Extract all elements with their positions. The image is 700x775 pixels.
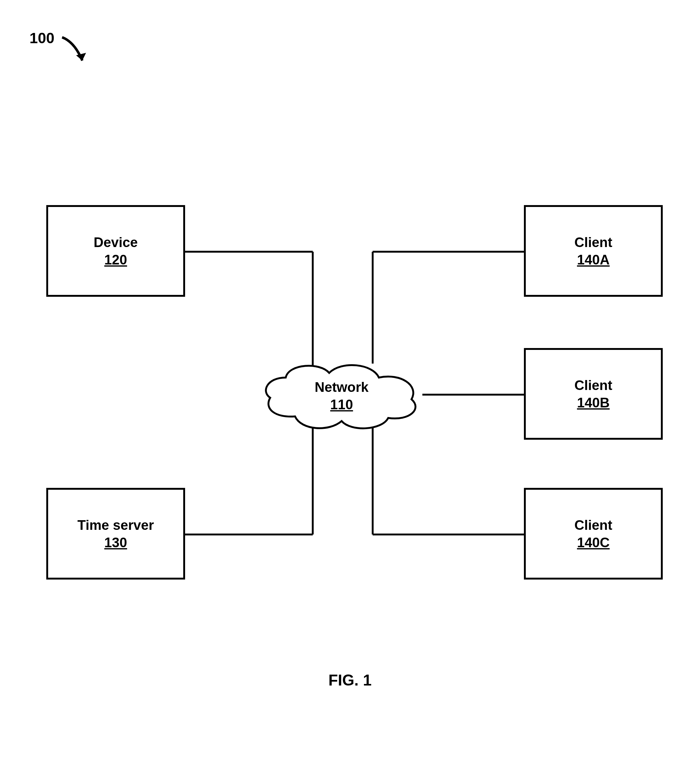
- node-client-a-title: Client: [574, 234, 612, 251]
- node-device-ref: 120: [105, 252, 127, 268]
- node-client-b: Client 140B: [524, 348, 663, 440]
- node-client-b-ref: 140B: [577, 395, 610, 411]
- node-client-c-ref: 140C: [577, 535, 610, 550]
- node-client-a-ref: 140A: [577, 252, 610, 268]
- node-time-server: Time server 130: [46, 488, 185, 580]
- node-client-b-title: Client: [574, 377, 612, 394]
- node-time-server-ref: 130: [105, 535, 127, 550]
- node-client-c-title: Client: [574, 517, 612, 534]
- node-device-title: Device: [94, 234, 138, 251]
- diagram-canvas: 100 Device 120 Time server 130 Client 14…: [0, 0, 700, 775]
- node-client-c: Client 140C: [524, 488, 663, 580]
- node-client-a: Client 140A: [524, 205, 663, 297]
- figure-caption: FIG. 1: [0, 671, 700, 689]
- node-network-ref: 110: [258, 397, 425, 412]
- node-time-server-title: Time server: [77, 517, 154, 534]
- node-network-cloud: Network 110: [258, 354, 425, 435]
- node-network-title: Network: [258, 379, 425, 396]
- node-device: Device 120: [46, 205, 185, 297]
